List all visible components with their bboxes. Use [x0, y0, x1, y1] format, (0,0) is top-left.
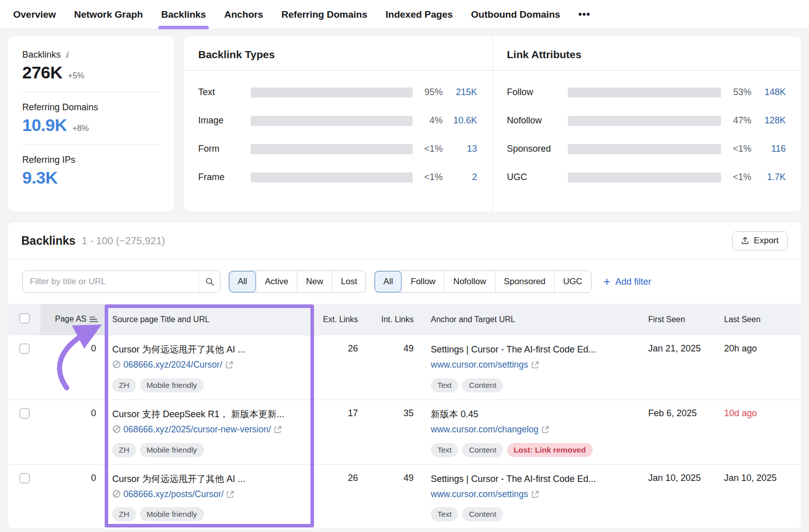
source-url-link[interactable]: 068666.xyz/2024/Cursor/	[112, 359, 310, 372]
sort-icon[interactable]	[89, 316, 98, 325]
link-attribute-count-link[interactable]: 116	[751, 144, 786, 154]
page-as-value: 0	[40, 464, 106, 528]
referring-domains-metric-label: Referring Domains	[22, 102, 98, 113]
search-input[interactable]	[22, 271, 220, 293]
more-menu-icon[interactable]: •••	[578, 9, 591, 20]
attr-filter-ugc[interactable]: UGC	[554, 271, 591, 292]
status-filter-active[interactable]: Active	[256, 271, 297, 292]
tab-network-graph[interactable]: Network Graph	[74, 0, 143, 29]
backlinks-metric-label: Backlinks	[22, 50, 61, 60]
select-all-checkbox[interactable]	[19, 313, 30, 324]
ext-links-value: 26	[316, 335, 369, 400]
page-as-value: 0	[40, 335, 106, 400]
bar-row-nofollow: Nofollow 47% 128K	[507, 115, 786, 126]
tab-overview[interactable]: Overview	[13, 0, 56, 29]
export-button[interactable]: Export	[732, 231, 788, 250]
external-link-icon[interactable]	[542, 424, 549, 437]
referring-domains-metric-value[interactable]: 10.9K	[22, 115, 67, 135]
bar-track	[568, 172, 722, 183]
backlinks-table: Page AS Source page Title and URL Ext. L…	[8, 304, 801, 528]
row-checkbox[interactable]	[19, 473, 30, 483]
backlink-type-count-link[interactable]: 215K	[443, 87, 477, 98]
target-url-link[interactable]: www.cursor.com/changelog	[431, 423, 636, 437]
tab-indexed-pages[interactable]: Indexed Pages	[386, 0, 453, 29]
attr-filter-nofollow[interactable]: Nofollow	[444, 271, 495, 292]
filter-bar: All Active New Lost All Follow Nofollow …	[8, 259, 801, 304]
anchor-title: 新版本 0.45	[431, 408, 636, 420]
tab-outbound-domains[interactable]: Outbound Domains	[471, 0, 560, 29]
search-icon	[205, 277, 214, 286]
last-seen-value: Jan 10, 2025	[718, 464, 801, 528]
bar-track	[568, 144, 722, 154]
column-header-last-seen[interactable]: Last Seen	[718, 304, 801, 335]
link-type-tag: Text	[431, 507, 458, 521]
row-checkbox[interactable]	[19, 408, 30, 419]
int-links-value: 35	[369, 400, 425, 464]
bar-track	[568, 116, 722, 126]
attribute-filter-group: All Follow Nofollow Sponsored UGC	[374, 271, 591, 293]
table-title: Backlinks	[21, 234, 75, 248]
link-attribute-count-link[interactable]: 1.7K	[751, 172, 786, 183]
bar-row-text: Text 95% 215K	[198, 87, 477, 98]
column-header-anchor[interactable]: Anchor and Target URL	[425, 304, 642, 335]
external-link-icon[interactable]	[226, 360, 233, 372]
backlink-type-count-link[interactable]: 10.6K	[443, 115, 477, 126]
source-url-link[interactable]: 068666.xyz/2025/cursor-new-version/	[112, 423, 310, 437]
backlinks-table-card: Backlinks 1 - 100 (~275,921) Export	[8, 223, 801, 528]
column-header-first-seen[interactable]: First Seen	[642, 304, 718, 335]
source-url-link[interactable]: 068666.xyz/posts/Cursor/	[112, 488, 310, 502]
target-url-link[interactable]: www.cursor.com/settings	[431, 359, 636, 372]
source-cell: Cursor 支持 DeepSeek R1， 新版本更新... 068666.x…	[106, 400, 316, 464]
noindex-icon	[112, 489, 121, 502]
lost-link-badge: Lost: Link removed	[507, 443, 593, 457]
backlinks-metric-value: 276K	[22, 63, 62, 82]
target-url-link[interactable]: www.cursor.com/settings	[431, 488, 636, 502]
status-filter-lost[interactable]: Lost	[332, 271, 366, 292]
bar-row-sponsored: Sponsored <1% 116	[507, 144, 786, 154]
page-as-value: 0	[40, 400, 106, 464]
mobile-friendly-badge: Mobile friendly	[140, 443, 204, 457]
backlink-types-title: Backlink Types	[184, 36, 492, 71]
link-attribute-count-link[interactable]: 128K	[751, 115, 786, 126]
link-attributes-title: Link Attributes	[493, 36, 801, 71]
add-filter-button[interactable]: + Add filter	[604, 276, 651, 288]
anchor-cell: Settings | Cursor - The AI-first Code Ed…	[425, 335, 642, 400]
row-checkbox[interactable]	[19, 343, 30, 354]
external-link-icon[interactable]	[274, 424, 282, 437]
bar-track	[251, 144, 413, 154]
status-filter-new[interactable]: New	[297, 271, 332, 292]
column-header-int-links[interactable]: Int. Links	[369, 304, 425, 335]
attr-filter-all[interactable]: All	[375, 271, 401, 292]
link-attribute-count-link[interactable]: 148K	[751, 87, 786, 98]
referring-domains-metric-delta: +8%	[72, 124, 88, 133]
divider	[22, 92, 160, 93]
column-header-source[interactable]: Source page Title and URL	[106, 304, 316, 335]
external-link-icon[interactable]	[227, 489, 234, 502]
external-link-icon[interactable]	[531, 360, 539, 372]
link-attributes-panel: Link Attributes Follow 53% 148K Nofollow…	[492, 36, 801, 211]
attr-filter-follow[interactable]: Follow	[401, 271, 444, 292]
int-links-value: 49	[369, 464, 425, 528]
attr-filter-sponsored[interactable]: Sponsored	[495, 271, 554, 292]
tab-anchors[interactable]: Anchors	[224, 0, 263, 29]
table-header-row: Page AS Source page Title and URL Ext. L…	[8, 304, 801, 335]
source-cell: Cursor 为何远远甩开了其他 AI ... 068666.xyz/posts…	[106, 464, 316, 528]
backlink-type-count-link[interactable]: 13	[443, 144, 477, 154]
link-placement-tag: Content	[462, 443, 503, 457]
search-button[interactable]	[199, 271, 220, 292]
column-header-page-as[interactable]: Page AS	[40, 304, 106, 335]
first-seen-value: Feb 6, 2025	[642, 400, 718, 464]
table-row: 0 Cursor 支持 DeepSeek R1， 新版本更新... 068666…	[8, 400, 801, 464]
source-cell: Cursor 为何远远甩开了其他 AI ... 068666.xyz/2024/…	[106, 335, 316, 400]
status-filter-all[interactable]: All	[229, 271, 256, 292]
bar-track	[251, 116, 413, 126]
backlink-type-count-link[interactable]: 2	[443, 172, 477, 183]
referring-ips-metric-value[interactable]: 9.3K	[22, 168, 58, 188]
tab-backlinks[interactable]: Backlinks	[161, 0, 206, 29]
mobile-friendly-badge: Mobile friendly	[140, 378, 204, 392]
top-nav: Overview Network Graph Backlinks Anchors…	[0, 0, 809, 29]
info-icon[interactable]: i	[65, 50, 68, 60]
tab-referring-domains[interactable]: Referring Domains	[282, 0, 368, 29]
external-link-icon[interactable]	[531, 489, 539, 502]
column-header-ext-links[interactable]: Ext. Links	[316, 304, 369, 335]
